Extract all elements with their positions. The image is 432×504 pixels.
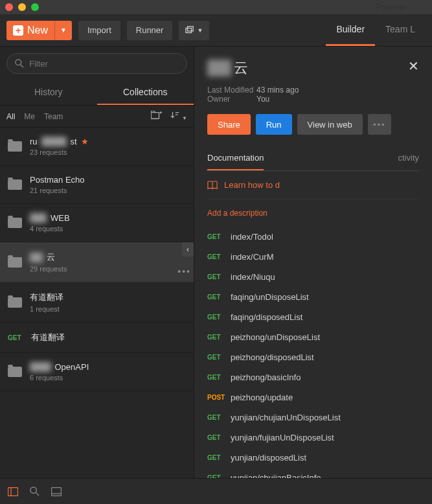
app-title: Postman bbox=[376, 3, 406, 12]
method-badge: GET bbox=[207, 374, 231, 381]
documentation-tab[interactable]: Documentation bbox=[207, 146, 264, 170]
svg-rect-0 bbox=[186, 28, 192, 32]
import-button[interactable]: Import bbox=[78, 21, 120, 40]
owner-label: Owner bbox=[207, 95, 256, 104]
request-item[interactable]: GETyunjian/chujianBasicInfo bbox=[207, 468, 419, 478]
sort-icon[interactable]: ▼ bbox=[170, 111, 187, 122]
filter-me[interactable]: Me bbox=[24, 112, 35, 121]
collection-item[interactable]: 有道翻译1 request bbox=[0, 282, 194, 323]
request-item[interactable]: GETpeizhong/unDisposeList bbox=[207, 327, 419, 347]
last-modified-label: Last Modified bbox=[207, 86, 256, 95]
history-tab[interactable]: History bbox=[0, 80, 97, 105]
collection-item[interactable]: xxx云29 requests‹••• bbox=[0, 242, 194, 282]
filter-input[interactable] bbox=[29, 59, 179, 69]
add-description-link[interactable]: Add a description bbox=[207, 200, 419, 227]
view-in-web-button[interactable]: View in web bbox=[297, 114, 363, 135]
method-badge: GET bbox=[207, 314, 231, 321]
request-count: 23 requests bbox=[30, 148, 186, 156]
new-button-label: New bbox=[27, 25, 48, 36]
request-item[interactable]: GETyunjian/disposedList bbox=[207, 448, 419, 468]
request-name: peizhong/disposedList bbox=[231, 352, 314, 362]
method-badge: GET bbox=[207, 293, 231, 301]
collection-name: 有道翻译 bbox=[30, 292, 186, 303]
method-badge: GET bbox=[207, 233, 231, 240]
request-count: 29 requests bbox=[30, 265, 186, 273]
run-button[interactable]: Run bbox=[256, 114, 292, 135]
svg-rect-4 bbox=[151, 113, 159, 119]
svg-point-2 bbox=[16, 60, 21, 65]
request-name: peizhong/update bbox=[231, 393, 293, 402]
new-button[interactable]: + New bbox=[6, 25, 54, 36]
collections-tab[interactable]: Collections bbox=[97, 80, 194, 105]
request-count: 4 requests bbox=[30, 225, 186, 233]
request-name: index/Niuqu bbox=[231, 272, 275, 282]
request-item[interactable]: GETindex/CurM bbox=[207, 247, 419, 267]
folder-icon bbox=[8, 179, 22, 190]
runner-button[interactable]: Runner bbox=[127, 21, 173, 40]
collection-detail: xxx云 ✕ Last Modified 43 mins ago Owner Y… bbox=[194, 47, 432, 478]
collection-name: Postman Echo bbox=[30, 175, 186, 185]
search-icon bbox=[15, 59, 24, 68]
new-collection-icon[interactable] bbox=[151, 111, 163, 122]
collapse-icon[interactable]: ‹ bbox=[182, 242, 194, 257]
filter-input-wrap[interactable] bbox=[6, 53, 187, 74]
request-item[interactable]: GETindex/Niuqu bbox=[207, 267, 419, 287]
request-item[interactable]: GETfaqing/unDisposeList bbox=[207, 287, 419, 307]
more-icon[interactable]: ••• bbox=[177, 266, 191, 277]
share-button[interactable]: Share bbox=[207, 114, 251, 135]
request-name: yunjian/chujianBasicInfo bbox=[231, 473, 321, 478]
window-maximize[interactable] bbox=[31, 3, 39, 11]
main-toolbar: + New ▼ Import Runner ▼ Builder Team L bbox=[0, 14, 432, 47]
request-item[interactable]: GETpeizhong/basicInfo bbox=[207, 367, 419, 387]
new-dropdown[interactable]: ▼ bbox=[54, 21, 72, 40]
request-item[interactable]: GETyunjian/chujianUnDisposeList bbox=[207, 407, 419, 428]
activity-tab[interactable]: ctivity bbox=[398, 146, 420, 170]
method-badge: GET bbox=[207, 354, 231, 361]
folder-icon bbox=[8, 218, 22, 228]
more-actions-button[interactable]: ••• bbox=[368, 114, 391, 135]
request-name: faqing/disposedList bbox=[231, 312, 302, 322]
filter-all[interactable]: All bbox=[6, 112, 15, 121]
book-icon bbox=[207, 181, 218, 190]
request-item[interactable]: GETindex/Todol bbox=[207, 227, 419, 247]
status-bar bbox=[0, 478, 432, 504]
request-item[interactable]: GETfaqing/disposedList bbox=[207, 307, 419, 327]
collection-name: xxx云 bbox=[30, 251, 186, 263]
owner-value: You bbox=[256, 95, 269, 104]
close-icon[interactable]: ✕ bbox=[408, 58, 419, 74]
collection-name: xxxxxOpenAPI bbox=[30, 362, 186, 372]
window-minimize[interactable] bbox=[18, 3, 26, 11]
request-count: 21 requests bbox=[30, 187, 186, 194]
window-titlebar: Postman bbox=[0, 0, 432, 14]
method-badge: POST bbox=[207, 394, 231, 401]
method-badge: GET bbox=[207, 414, 231, 421]
request-item[interactable]: POSTpeizhong/update bbox=[207, 387, 419, 407]
sidebar-toggle-icon[interactable] bbox=[8, 487, 18, 496]
collection-item[interactable]: xxxxWEB4 requests bbox=[0, 204, 194, 242]
tab-actions-button[interactable]: ▼ bbox=[179, 21, 209, 40]
collection-item[interactable]: xxxxxOpenAPI6 requests bbox=[0, 353, 194, 391]
request-item[interactable]: GETyunjian/fujianUnDisposeList bbox=[207, 428, 419, 448]
find-icon[interactable] bbox=[30, 487, 40, 496]
learn-docs-link[interactable]: Learn how to d bbox=[207, 171, 419, 200]
request-count: 1 request bbox=[30, 305, 186, 313]
collection-name: 有道翻译 bbox=[31, 332, 186, 343]
collection-item[interactable]: GET有道翻译 bbox=[0, 323, 194, 353]
svg-rect-26 bbox=[8, 487, 18, 496]
builder-tab[interactable]: Builder bbox=[326, 14, 375, 46]
request-name: yunjian/chujianUnDisposeList bbox=[231, 413, 341, 422]
filter-team[interactable]: Team bbox=[44, 112, 63, 121]
collection-item[interactable]: ruxxxxxxst ★23 requests bbox=[0, 128, 194, 166]
team-library-tab[interactable]: Team L bbox=[375, 14, 426, 46]
folder-icon bbox=[8, 297, 22, 308]
request-item[interactable]: GETpeizhong/disposedList bbox=[207, 347, 419, 367]
method-badge: GET bbox=[8, 334, 26, 341]
svg-line-29 bbox=[36, 492, 39, 496]
method-badge: GET bbox=[207, 454, 231, 461]
collection-item[interactable]: Postman Echo21 requests bbox=[0, 166, 194, 204]
star-icon: ★ bbox=[81, 137, 89, 146]
plus-icon: + bbox=[13, 25, 23, 36]
window-close[interactable] bbox=[5, 3, 13, 11]
console-icon[interactable] bbox=[51, 487, 62, 496]
method-badge: GET bbox=[207, 253, 231, 260]
